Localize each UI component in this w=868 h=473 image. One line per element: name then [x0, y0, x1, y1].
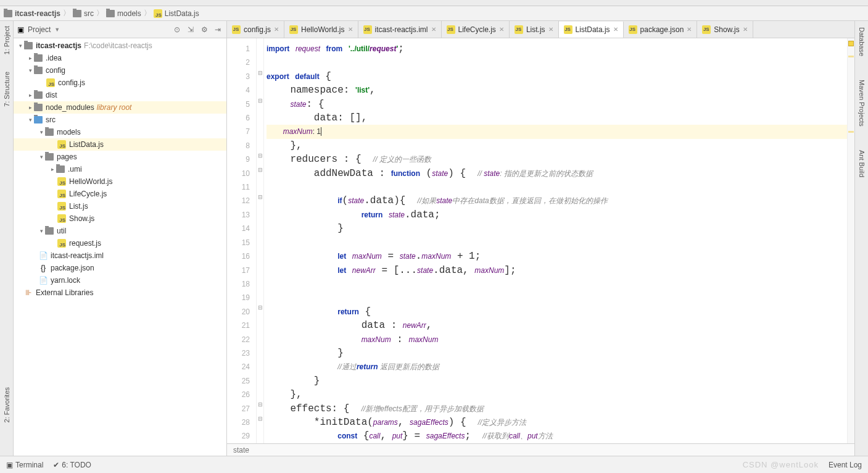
close-icon[interactable]: ✕	[274, 26, 279, 33]
folder-icon	[56, 165, 65, 173]
tool-maven[interactable]: Maven Projects	[858, 77, 866, 129]
library-icon: ⊪	[23, 288, 33, 297]
editor-tab[interactable]: JSHelloWorld.js✕	[284, 21, 358, 38]
chevron-down-icon: ▾	[17, 43, 23, 49]
inspection-indicator[interactable]	[848, 41, 854, 46]
project-tree[interactable]: ▾itcast-reactjsF:\code\itcast-reactjs ▸.…	[14, 38, 226, 456]
folder-icon	[34, 116, 43, 123]
close-icon[interactable]: ✕	[499, 26, 504, 33]
chevron-down-icon: ▾	[27, 117, 33, 123]
watermark: CSDN @wentLook	[743, 460, 819, 469]
js-file-icon: JS	[46, 78, 55, 87]
tree-hello[interactable]: JSHelloWorld.js	[14, 175, 226, 188]
js-file-icon: JS	[289, 25, 298, 34]
tool-structure[interactable]: 7: Structure	[3, 69, 10, 109]
code-editor[interactable]: 1234567891011121314151617181920212223242…	[227, 38, 854, 443]
close-icon[interactable]: ✕	[348, 26, 353, 33]
gear-icon[interactable]: ⚙	[199, 25, 209, 35]
status-terminal[interactable]: ▣Terminal	[6, 461, 43, 469]
main-toolbar[interactable]	[0, 0, 868, 6]
editor-tab[interactable]: JSList.js✕	[510, 21, 559, 38]
crumb-project[interactable]: itcast-reactjs	[4, 9, 60, 18]
tree-yarn[interactable]: 📄yarn.lock	[14, 274, 226, 287]
editor-breadcrumb[interactable]: state	[227, 443, 854, 456]
status-event-log[interactable]: Event Log	[829, 461, 862, 469]
folder-icon	[45, 227, 54, 235]
js-file-icon: JS	[702, 25, 711, 34]
project-view-icon[interactable]: ▣	[17, 25, 24, 34]
editor-tab[interactable]: JSpackage.json✕	[624, 21, 698, 38]
code-area[interactable]: import request from '../util/request'; e…	[264, 38, 847, 443]
folder-icon	[45, 128, 54, 136]
editor-tab[interactable]: JSconfig.js✕	[227, 21, 284, 38]
chevron-down-icon: ▾	[27, 67, 33, 73]
chevron-down-icon: ▾	[38, 154, 44, 160]
tree-util[interactable]: ▾util	[14, 225, 226, 237]
marker-strip[interactable]	[847, 38, 854, 443]
tree-listdata[interactable]: JSListData.js	[14, 138, 226, 151]
tree-pages[interactable]: ▾pages	[14, 151, 226, 163]
warning-marker[interactable]	[848, 56, 854, 57]
chevron-down-icon: ▾	[38, 228, 44, 234]
tool-project[interactable]: 1: Project	[3, 23, 10, 57]
tab-label: itcast-reactjs.iml	[375, 25, 428, 34]
chevron-right-icon: 〉	[144, 8, 151, 19]
tree-iml[interactable]: 📄itcast-reactjs.iml	[14, 249, 226, 262]
editor-tab[interactable]: JSitcast-reactjs.iml✕	[358, 21, 442, 38]
js-file-icon: JS	[57, 239, 66, 248]
editor-tab[interactable]: JSShow.js✕	[697, 21, 753, 38]
tree-show[interactable]: JSShow.js	[14, 212, 226, 225]
tab-label: LifeCycle.js	[458, 25, 496, 34]
tree-idea[interactable]: ▸.idea	[14, 52, 226, 64]
close-icon[interactable]: ✕	[548, 26, 553, 33]
close-icon[interactable]: ✕	[613, 26, 618, 33]
tool-ant[interactable]: Ant Build	[858, 148, 866, 180]
tab-label: List.js	[526, 25, 545, 34]
tree-umi[interactable]: ▸.umi	[14, 163, 226, 175]
hide-icon[interactable]: ⇥	[213, 25, 223, 35]
js-file-icon: JS	[447, 25, 455, 34]
folder-icon	[24, 42, 33, 49]
tree-src[interactable]: ▾src	[14, 114, 226, 126]
right-tool-stripe: Database Maven Projects Ant Build	[854, 21, 868, 456]
locate-icon[interactable]: ⊙	[172, 25, 182, 35]
folder-icon	[34, 54, 43, 62]
crumb-file[interactable]: JSListData.js	[154, 9, 199, 18]
tree-models[interactable]: ▾models	[14, 126, 226, 138]
tree-node-modules[interactable]: ▸node_moduleslibrary root	[14, 101, 226, 114]
close-icon[interactable]: ✕	[431, 26, 436, 33]
tree-request[interactable]: JSrequest.js	[14, 237, 226, 249]
editor-tab[interactable]: JSListData.js✕	[559, 22, 624, 38]
crumb-src[interactable]: src	[73, 9, 94, 18]
tab-label: ListData.js	[576, 25, 610, 34]
editor-tab[interactable]: JSLifeCycle.js✕	[442, 21, 510, 38]
tree-pkg[interactable]: {}package.json	[14, 262, 226, 274]
chevron-down-icon: ▾	[38, 129, 44, 135]
status-todo[interactable]: ✔6: TODO	[53, 461, 91, 469]
js-file-icon: JS	[629, 25, 637, 34]
tree-life[interactable]: JSLifeCycle.js	[14, 188, 226, 200]
tree-config[interactable]: ▾config	[14, 64, 226, 77]
tool-database[interactable]: Database	[858, 25, 866, 59]
file-icon: 📄	[38, 251, 48, 260]
folder-icon	[34, 104, 43, 111]
tree-config-js[interactable]: JSconfig.js	[14, 77, 226, 89]
tool-favorites[interactable]: 2: Favorites	[3, 385, 10, 425]
close-icon[interactable]: ✕	[743, 26, 748, 33]
warning-marker[interactable]	[848, 131, 854, 133]
js-file-icon: JS	[232, 25, 241, 34]
tab-label: HelloWorld.js	[301, 25, 344, 34]
tree-dist[interactable]: ▸dist	[14, 89, 226, 101]
tab-label: package.json	[640, 25, 684, 34]
chevron-down-icon[interactable]: ▼	[54, 27, 60, 33]
fold-strip[interactable]: ⊟⊟⊟⊟⊟⊟⊟⊟	[257, 38, 264, 443]
left-tool-stripe: 1: Project 7: Structure 2: Favorites	[0, 21, 14, 456]
tree-project-root[interactable]: ▾itcast-reactjsF:\code\itcast-reactjs	[14, 40, 226, 52]
js-file-icon: JS	[57, 177, 66, 186]
chevron-right-icon: ▸	[27, 92, 33, 98]
tree-external-libs[interactable]: ⊪External Libraries	[14, 287, 226, 299]
collapse-all-icon[interactable]: ⇲	[186, 25, 196, 35]
tree-list[interactable]: JSList.js	[14, 200, 226, 212]
close-icon[interactable]: ✕	[687, 26, 692, 33]
crumb-models[interactable]: models	[106, 9, 141, 18]
